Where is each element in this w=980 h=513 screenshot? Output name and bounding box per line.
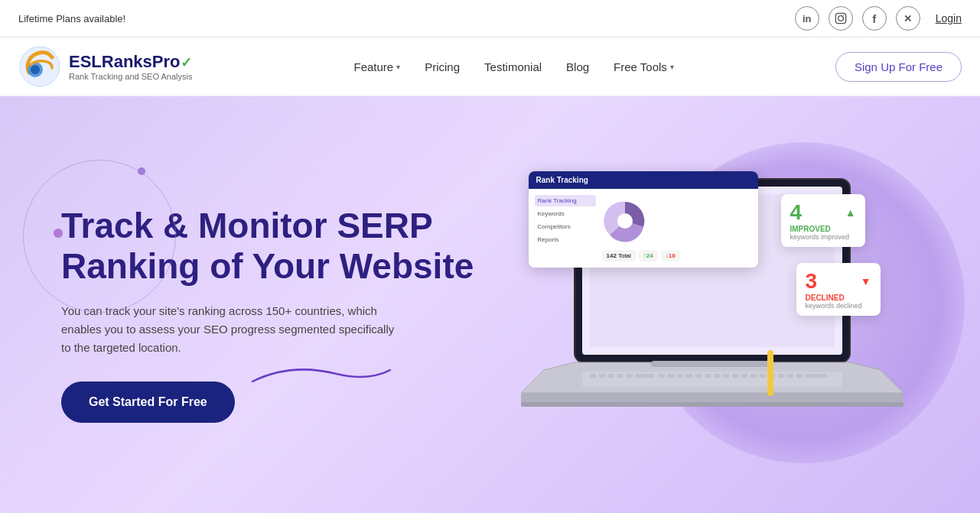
stat-total: 142 Total xyxy=(602,250,636,261)
navbar: ESLRanksPro✓ Rank Tracking and SEO Analy… xyxy=(0,37,980,96)
dashboard-main: 142 Total ↑24 ↓18 xyxy=(602,195,752,261)
nav-testimonial[interactable]: Testimonial xyxy=(484,60,542,73)
svg-rect-14 xyxy=(599,374,605,378)
svg-rect-15 xyxy=(608,374,614,378)
nav-blog[interactable]: Blog xyxy=(566,60,589,73)
arrow-down-icon: ▼ xyxy=(861,275,871,287)
svg-point-5 xyxy=(31,65,40,74)
declined-label: DECLINED xyxy=(806,294,871,302)
svg-rect-27 xyxy=(732,374,738,378)
logo-name: ESLRanksPro✓ xyxy=(69,52,192,72)
card-improved: 4 ▲ IMPROVED keywords improved xyxy=(781,194,865,247)
logo-area[interactable]: ESLRanksPro✓ Rank Tracking and SEO Analy… xyxy=(18,45,192,88)
card-declined: 3 ▼ DECLINED keywords declined xyxy=(796,263,881,316)
hero-title: Track & Monitor SERP Ranking of Your Web… xyxy=(61,206,490,287)
svg-rect-32 xyxy=(778,374,784,378)
stat-up: ↑24 xyxy=(639,250,658,261)
svg-rect-23 xyxy=(695,374,702,378)
svg-rect-19 xyxy=(659,374,665,378)
nav-pricing[interactable]: Pricing xyxy=(425,60,460,73)
svg-rect-22 xyxy=(686,374,692,378)
decorative-dot-2 xyxy=(54,229,63,238)
sidebar-competitors: Competitors xyxy=(535,221,596,232)
declined-sublabel: keywords declined xyxy=(806,302,871,310)
chevron-down-icon-tools: ▾ xyxy=(670,63,674,71)
hero-section: Track & Monitor SERP Ranking of Your Web… xyxy=(0,96,980,513)
svg-rect-0 xyxy=(835,13,845,23)
improved-sublabel: keywords improved xyxy=(790,233,856,241)
dashboard-stats: 142 Total ↑24 ↓18 xyxy=(602,250,752,261)
improved-number: 4 xyxy=(790,200,803,225)
svg-rect-11 xyxy=(651,361,773,367)
svg-rect-17 xyxy=(627,374,633,378)
svg-rect-13 xyxy=(590,374,596,378)
nav-feature[interactable]: Feature ▾ xyxy=(353,60,400,73)
laptop-illustration: Rank Tracking Rank Tracking Keywords Com… xyxy=(513,164,911,457)
logo-text: ESLRanksPro✓ Rank Tracking and SEO Analy… xyxy=(69,52,192,81)
svg-point-1 xyxy=(838,16,843,21)
improved-label: IMPROVED xyxy=(790,225,856,233)
sidebar-reports: Reports xyxy=(535,234,596,245)
svg-rect-29 xyxy=(750,374,757,378)
sidebar-keywords: Keywords xyxy=(535,208,596,219)
nav-links: Feature ▾ Pricing Testimonial Blog Free … xyxy=(353,60,673,73)
dashboard-body: Rank Tracking Keywords Competitors Repor… xyxy=(529,189,758,268)
arrow-up-icon: ▲ xyxy=(845,206,856,219)
pie-chart xyxy=(602,198,648,244)
top-bar: Lifetime Plans available! in f ✕ Login xyxy=(0,0,980,37)
hero-right: Rank Tracking Rank Tracking Keywords Com… xyxy=(490,127,934,479)
hero-left: Track & Monitor SERP Ranking of Your Web… xyxy=(61,183,490,423)
svg-rect-35 xyxy=(806,374,827,378)
announcement-text: Lifetime Plans available! xyxy=(18,13,125,24)
svg-point-2 xyxy=(843,15,844,16)
svg-rect-20 xyxy=(668,374,674,378)
declined-number: 3 xyxy=(806,269,818,294)
logo-tagline: Rank Tracking and SEO Analysis xyxy=(69,72,192,81)
svg-rect-37 xyxy=(521,402,903,407)
sidebar-rank-tracking: Rank Tracking xyxy=(535,195,596,206)
svg-rect-33 xyxy=(787,374,793,378)
logo-icon xyxy=(18,45,61,88)
login-link[interactable]: Login xyxy=(936,12,962,24)
top-bar-right: in f ✕ Login xyxy=(795,6,962,31)
facebook-icon[interactable]: f xyxy=(862,6,887,31)
dashboard-sidebar: Rank Tracking Keywords Competitors Repor… xyxy=(535,195,596,261)
yellow-accent-bar xyxy=(767,350,773,396)
svg-point-7 xyxy=(617,213,633,229)
hero-description: You can track your site's ranking across… xyxy=(61,302,398,357)
svg-rect-26 xyxy=(723,374,729,378)
svg-rect-28 xyxy=(741,374,747,378)
get-started-button[interactable]: Get Started For Free xyxy=(61,382,235,423)
svg-rect-21 xyxy=(677,374,683,378)
svg-rect-30 xyxy=(760,374,766,378)
twitter-x-icon[interactable]: ✕ xyxy=(896,6,920,31)
dashboard-header: Rank Tracking xyxy=(529,171,758,189)
signup-button[interactable]: Sign Up For Free xyxy=(835,52,962,82)
svg-rect-18 xyxy=(636,374,654,378)
stat-down: ↓18 xyxy=(661,250,680,261)
nav-free-tools[interactable]: Free Tools ▾ xyxy=(614,60,674,73)
linkedin-icon[interactable]: in xyxy=(795,6,819,31)
svg-rect-34 xyxy=(796,374,803,378)
svg-rect-25 xyxy=(714,374,720,378)
svg-rect-24 xyxy=(705,374,711,378)
decorative-curve-icon xyxy=(245,359,398,397)
svg-rect-16 xyxy=(617,374,623,378)
chevron-down-icon: ▾ xyxy=(396,63,400,71)
instagram-icon[interactable] xyxy=(829,6,853,31)
decorative-dot-1 xyxy=(138,167,145,175)
dashboard-card: Rank Tracking Rank Tracking Keywords Com… xyxy=(529,171,758,268)
